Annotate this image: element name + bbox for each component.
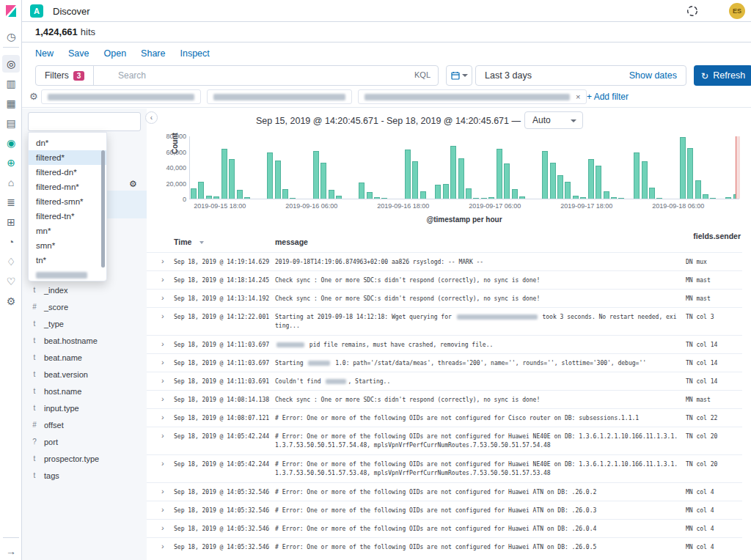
histogram-bar[interactable] [267,152,273,199]
filter-settings-gear-icon[interactable]: ⚙ [29,91,38,102]
avatar[interactable]: ES [729,3,745,19]
histogram-bar[interactable] [695,180,701,199]
field-item-_score[interactable]: #_score [31,298,145,315]
maps-icon[interactable]: ◉ [2,134,20,152]
collapse-sidebar-button[interactable]: ‹ [145,111,158,124]
filter-pill[interactable] [41,89,201,104]
machine-learning-icon[interactable]: ⊕ [2,154,20,172]
histogram-plot[interactable] [189,136,739,199]
expand-row-icon[interactable]: › [161,432,164,440]
histogram-bar[interactable] [221,149,227,199]
histogram-bar[interactable] [604,191,609,199]
histogram-bar[interactable] [580,197,586,199]
histogram-bar[interactable] [703,194,708,199]
column-header-time[interactable]: Time [174,237,191,246]
discover-icon[interactable]: ◎ [2,55,20,73]
management-icon[interactable]: ⚙ [2,292,20,310]
expand-row-icon[interactable]: › [161,257,164,265]
field-settings-gear-icon[interactable]: ⚙ [129,179,137,189]
expand-row-icon[interactable]: › [161,395,164,403]
histogram-bar[interactable] [611,197,617,199]
histogram-bar[interactable] [618,198,624,199]
expand-row-icon[interactable]: › [161,413,164,421]
field-item-tags[interactable]: ttags [31,467,145,484]
help-icon[interactable] [686,5,698,17]
index-pattern-option[interactable] [29,268,106,281]
histogram-bar[interactable] [504,163,510,199]
expand-row-icon[interactable]: › [161,340,164,348]
histogram-bar[interactable] [359,183,364,199]
add-filter-link[interactable]: + Add filter [587,92,629,102]
logs-icon[interactable]: ≣ [2,194,20,211]
histogram-bar[interactable] [565,182,571,199]
histogram-bar[interactable] [206,196,212,199]
histogram-bar[interactable] [237,190,243,199]
table-row[interactable]: ›Sep 18, 2019 @ 14:05:42.244# Error: One… [147,454,742,482]
histogram-bar[interactable] [405,150,411,199]
dropdown-scrollbar[interactable] [101,150,105,268]
table-row[interactable]: ›Sep 18, 2019 @ 14:18:14.245Check sync :… [147,270,742,289]
histogram-bar[interactable] [313,151,319,199]
recent-icon[interactable]: ◷ [2,28,20,45]
visualize-icon[interactable]: ▥ [2,75,20,92]
apm-icon[interactable]: ⊞ [2,213,20,231]
field-item-input.type[interactable]: tinput.type [31,399,145,416]
histogram-bar[interactable] [336,196,342,199]
date-picker-button[interactable] [446,65,472,86]
histogram-bar[interactable] [649,188,655,199]
search-input[interactable] [118,67,404,84]
field-item-port[interactable]: ?port [31,433,145,450]
table-row[interactable]: ›Sep 18, 2019 @ 14:11:03.691Couldn't fin… [147,372,742,390]
histogram-bar[interactable] [680,137,686,199]
histogram-bar[interactable] [473,198,479,199]
histogram-bar[interactable] [519,196,525,199]
histogram-bar[interactable] [488,197,494,199]
filter-pill[interactable]: × [358,89,587,104]
remove-filter-icon[interactable]: × [576,92,580,101]
sort-arrow-icon[interactable] [199,241,204,244]
histogram-bar[interactable] [458,158,464,199]
menu-link-save[interactable]: Save [68,48,89,59]
histogram-bar[interactable] [198,182,204,199]
histogram-bar[interactable] [642,161,648,199]
histogram-bar[interactable] [725,197,731,199]
expand-row-icon[interactable]: › [161,294,164,302]
monitoring-icon[interactable]: ♡ [2,273,20,290]
index-pattern-option[interactable]: filtered-tn* [29,209,106,224]
field-item-_index[interactable]: t_index [31,281,145,298]
expand-row-icon[interactable]: › [161,487,164,495]
uptime-icon[interactable]: ◔ [2,233,20,251]
dashboard-icon[interactable]: ▦ [2,95,20,112]
table-row[interactable]: ›Sep 18, 2019 @ 14:11:03.697 pid file re… [147,335,742,353]
expand-row-icon[interactable]: › [161,524,164,532]
histogram-bar[interactable] [634,152,640,199]
histogram-bar[interactable] [542,151,548,199]
histogram-bar[interactable] [191,188,197,199]
menu-link-inspect[interactable]: Inspect [180,48,209,59]
index-pattern-option[interactable]: smn* [29,238,106,253]
histogram-bar[interactable] [275,161,281,199]
histogram-bar[interactable] [466,188,472,199]
table-row[interactable]: ›Sep 18, 2019 @ 14:19:14.6292019-09-18T1… [147,252,742,270]
refresh-button[interactable]: ↻ Refresh [694,65,751,86]
histogram-bar[interactable] [244,197,250,199]
histogram-bar[interactable] [381,198,387,199]
histogram-bar[interactable] [550,163,556,199]
histogram-bar[interactable] [374,197,380,199]
field-item-offset[interactable]: #offset [31,416,145,433]
histogram-bar[interactable] [596,166,601,199]
histogram-bar[interactable] [710,198,716,199]
field-item-prospector.type[interactable]: tprospector.type [31,450,145,467]
histogram-bar[interactable] [443,184,449,199]
table-row[interactable]: ›Sep 18, 2019 @ 14:12:22.001Starting at … [147,307,742,335]
menu-link-share[interactable]: Share [141,48,165,59]
index-pattern-input[interactable] [28,112,141,131]
table-row[interactable]: ›Sep 18, 2019 @ 14:05:42.244# Error: One… [147,427,742,454]
histogram-bar[interactable] [557,175,563,199]
menu-link-open[interactable]: Open [104,48,127,59]
expand-row-icon[interactable]: › [161,358,164,366]
table-row[interactable]: ›Sep 18, 2019 @ 14:05:32.546# Error: One… [147,519,742,537]
field-item-_type[interactable]: t_type [31,315,145,332]
index-pattern-option[interactable]: filtered-dn* [29,165,106,180]
filter-pill[interactable] [207,89,352,104]
